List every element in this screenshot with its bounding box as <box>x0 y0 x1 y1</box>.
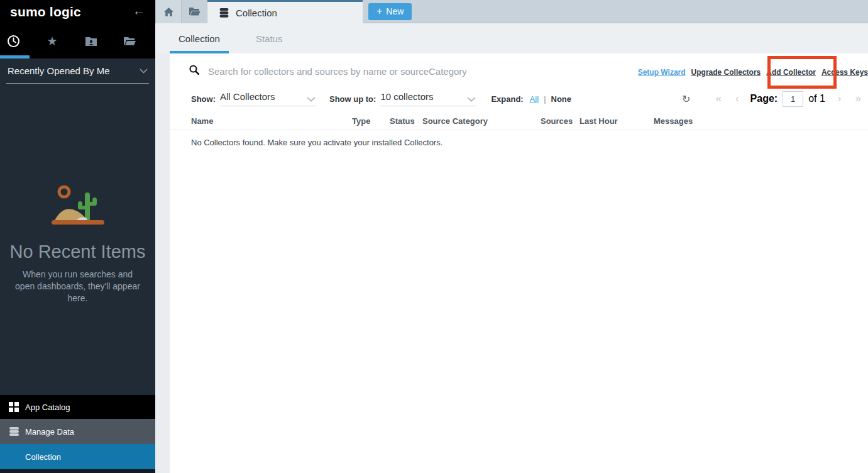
sidebar-icon-nav: ★ <box>0 23 155 58</box>
app-catalog-label: App Catalog <box>25 403 70 412</box>
last-page-icon[interactable]: » <box>855 92 861 105</box>
sidebar-tab-favorites[interactable]: ★ <box>39 23 66 58</box>
folder-open-icon <box>123 36 136 47</box>
expand-all-link[interactable]: All <box>530 94 539 104</box>
chevron-down-icon <box>307 97 316 102</box>
manage-data-label: Manage Data <box>25 427 74 437</box>
collector-links: Setup Wizard Upgrade Collectors Add Coll… <box>638 68 868 77</box>
chevron-down-icon <box>467 97 476 102</box>
no-recent-items-title: No Recent Items <box>0 242 155 262</box>
desert-illustration <box>45 181 111 226</box>
folder-person-icon <box>85 36 97 47</box>
prev-page-icon[interactable]: ‹ <box>735 92 739 105</box>
sidebar: sumo logic ← ★ Recen <box>0 0 155 473</box>
sidebar-empty-state: No Recent Items When you run searches an… <box>0 181 155 304</box>
sidebar-tab-library[interactable] <box>116 23 143 58</box>
main-area: Collection + New Collection Status Setup… <box>155 0 868 473</box>
access-keys-link[interactable]: Access Keys <box>821 68 868 77</box>
sidebar-item-collection[interactable]: Collection <box>0 444 155 469</box>
page-of-label: of 1 <box>808 93 825 104</box>
search-icon <box>189 65 199 75</box>
column-header-name[interactable]: Name <box>191 116 213 126</box>
active-tab-indicator <box>0 55 30 58</box>
tab-collection[interactable]: Collection <box>170 23 229 53</box>
home-button[interactable] <box>155 0 182 23</box>
next-page-icon[interactable]: › <box>838 92 842 105</box>
sidebar-item-manage-data[interactable]: Manage Data <box>0 419 155 444</box>
sidebar-bottom-menu: App Catalog Manage Data Collection <box>0 395 155 473</box>
show-up-to-label: Show up to: <box>329 94 376 104</box>
collapse-sidebar-icon[interactable]: ← <box>133 4 145 18</box>
pagination: ↻ « ‹ Page: of 1 › » <box>682 89 861 109</box>
collection-label: Collection <box>25 452 61 462</box>
sidebar-tab-recent[interactable] <box>0 23 27 58</box>
sumo-logic-logo: sumo logic <box>10 4 81 19</box>
top-tab-bar: Collection + New <box>155 0 868 23</box>
column-header-status[interactable]: Status <box>390 116 415 126</box>
database-icon <box>219 8 229 18</box>
star-icon: ★ <box>47 35 58 47</box>
separator: | <box>544 94 546 104</box>
library-button[interactable] <box>182 0 207 23</box>
column-header-source-category[interactable]: Source Category <box>422 116 488 126</box>
tab-collection-label: Collection <box>179 33 220 44</box>
show-dropdown-value: All Collectors <box>220 91 275 102</box>
folder-open-icon <box>189 7 201 16</box>
page-label: Page: <box>750 93 778 104</box>
sidebar-header: sumo logic ← <box>0 0 155 23</box>
show-dropdown[interactable]: All Collectors <box>220 91 316 106</box>
collectors-table-header: Name Type Status Source Category Sources… <box>170 115 868 130</box>
add-collector-link[interactable]: Add Collector <box>766 68 816 77</box>
search-input[interactable] <box>208 62 598 80</box>
no-recent-items-description: When you run searches and open dashboard… <box>12 269 144 304</box>
show-up-to-dropdown[interactable]: 10 collectors <box>380 91 476 106</box>
clock-icon <box>7 35 20 48</box>
search-row: Setup Wizard Upgrade Collectors Add Coll… <box>170 62 868 81</box>
sidebar-footer-strip <box>0 469 155 473</box>
tab-status[interactable]: Status <box>247 23 292 53</box>
first-page-icon[interactable]: « <box>715 92 721 105</box>
chevron-down-icon <box>140 69 148 74</box>
empty-collectors-message: No Collectors found. Make sure you activ… <box>191 138 442 147</box>
recently-opened-dropdown[interactable]: Recently Opened By Me <box>6 65 149 84</box>
home-icon <box>163 7 174 17</box>
expand-none-link[interactable]: None <box>551 94 572 104</box>
database-icon <box>9 426 23 437</box>
page-tabs: Collection Status <box>155 23 868 53</box>
column-header-sources[interactable]: Sources <box>541 116 573 126</box>
collection-panel: Setup Wizard Upgrade Collectors Add Coll… <box>170 53 868 473</box>
upgrade-collectors-link[interactable]: Upgrade Collectors <box>691 68 761 77</box>
app-grid-icon <box>9 402 23 412</box>
new-button[interactable]: + New <box>368 3 412 20</box>
show-up-to-dropdown-value: 10 collectors <box>380 91 433 102</box>
column-header-type[interactable]: Type <box>352 116 370 126</box>
column-header-last-hour[interactable]: Last Hour <box>580 116 618 126</box>
expand-label: Expand: <box>491 94 523 104</box>
setup-wizard-link[interactable]: Setup Wizard <box>638 68 686 77</box>
sidebar-tab-shared[interactable] <box>78 23 105 58</box>
show-label: Show: <box>191 94 216 104</box>
tab-status-label: Status <box>256 33 283 44</box>
refresh-icon[interactable]: ↻ <box>682 93 690 105</box>
recently-opened-label: Recently Opened By Me <box>8 65 110 76</box>
open-tab-collection[interactable]: Collection <box>207 0 363 24</box>
plus-icon: + <box>376 6 382 17</box>
sidebar-item-app-catalog[interactable]: App Catalog <box>0 395 155 419</box>
open-tab-label: Collection <box>236 8 277 18</box>
new-button-label: New <box>386 6 404 16</box>
page-number-input[interactable] <box>783 91 803 107</box>
column-header-messages[interactable]: Messages <box>654 116 693 126</box>
